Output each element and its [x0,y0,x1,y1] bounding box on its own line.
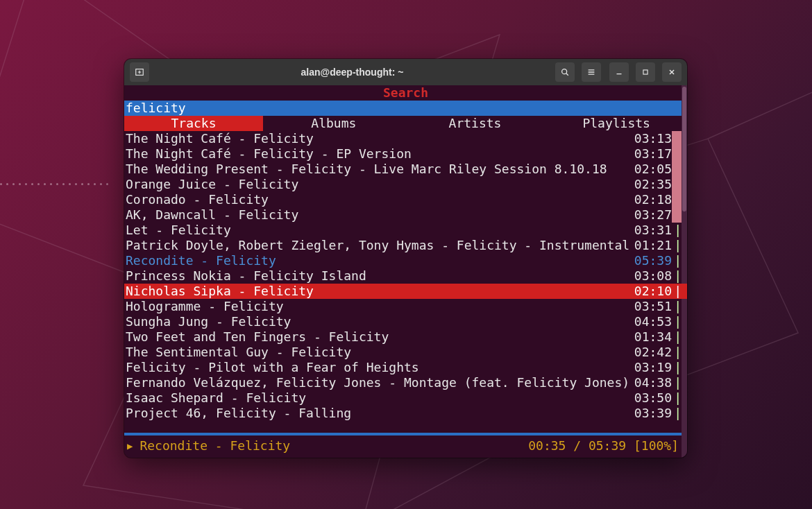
track-duration: 03:17 [630,146,672,162]
track-row[interactable]: Project 46, Felicity - Falling03:39| [124,406,687,421]
tab-playlists[interactable]: Playlists [545,116,687,131]
track-title: Isaac Shepard - Felicity [124,390,630,406]
minimize-button[interactable] [609,62,629,82]
now-playing-bar: ▶ Recondite - Felicity 00:35 / 05:39 [10… [124,438,682,454]
track-row[interactable]: Princess Nokia - Felicity Island03:08| [124,268,687,284]
track-row[interactable]: Recondite - Felicity05:39| [124,253,687,268]
track-duration: 03:13 [630,131,672,146]
track-row[interactable]: Let - Felicity03:31| [124,223,687,238]
track-duration: 04:38 [630,375,672,390]
track-title: Orange Juice - Felicity [124,177,630,192]
track-row[interactable]: The Night Café - Felicity - EP Version03… [124,146,687,162]
track-title: Felicity - Pilot with a Fear of Heights [124,360,630,375]
track-row[interactable]: Felicity - Pilot with a Fear of Heights0… [124,360,687,375]
elapsed-time: 00:35 [528,438,566,453]
hamburger-menu-button[interactable] [582,62,601,82]
tabs-row: TracksAlbumsArtistsPlaylists [124,116,687,131]
track-duration: 01:21 [630,238,672,253]
track-tick [672,146,682,162]
track-title: Hologramme - Felicity [124,299,630,314]
search-icon [560,67,570,77]
track-title: Patrick Doyle, Robert Ziegler, Tony Hyma… [124,238,630,253]
track-row[interactable]: Orange Juice - Felicity02:35 [124,177,687,192]
track-tick: | [672,253,682,268]
track-tick: | [672,284,682,299]
maximize-button[interactable] [636,62,655,82]
track-title: The Night Café - Felicity - EP Version [124,146,630,162]
track-title: Two Feet and Ten Fingers - Felicity [124,329,630,345]
close-button[interactable] [662,62,682,82]
track-duration: 03:51 [630,299,672,314]
track-tick: | [672,360,682,375]
track-title: The Sentimental Guy - Felicity [124,345,630,360]
track-duration: 05:39 [630,253,672,268]
svg-line-4 [566,74,568,76]
track-row[interactable]: Isaac Shepard - Felicity03:50| [124,390,687,406]
track-tick: | [672,390,682,406]
window-title: alan@deep-thought: ~ [153,67,551,78]
track-row[interactable]: Two Feet and Ten Fingers - Felicity01:34… [124,329,687,345]
track-tick [672,192,682,207]
track-tick: | [672,268,682,284]
tab-artists[interactable]: Artists [405,116,546,131]
tab-tracks[interactable]: Tracks [124,116,263,131]
track-duration: 02:35 [630,177,672,192]
track-list: The Night Café - Felicity03:13 The Night… [124,131,687,421]
track-row[interactable]: Nicholas Sipka - Felicity02:10| [124,284,687,299]
track-tick [672,177,682,192]
titlebar: alan@deep-thought: ~ [124,59,687,85]
terminal-body: Search felicity TracksAlbumsArtistsPlayl… [124,85,687,458]
terminal-window: alan@deep-thought: ~ Search felicity Tra… [124,59,687,458]
track-title: The Wedding Present - Felicity - Live Ma… [124,162,630,177]
track-row[interactable]: The Sentimental Guy - Felicity02:42| [124,345,687,360]
app-header: Search [124,85,687,101]
track-title: Let - Felicity [124,223,630,238]
minimize-icon [614,67,624,77]
svg-point-3 [562,69,567,74]
track-title: Recondite - Felicity [124,253,630,268]
now-playing-time: 00:35 / 05:39 [100%] [528,438,679,454]
track-row[interactable]: Coronado - Felicity02:18 [124,192,687,207]
track-duration: 03:31 [630,223,672,238]
track-row[interactable]: Patrick Doyle, Robert Ziegler, Tony Hyma… [124,238,687,253]
terminal-search-button[interactable] [555,62,575,82]
track-duration: 02:10 [630,284,672,299]
close-icon [667,67,677,77]
track-row[interactable]: Sungha Jung - Felicity04:53| [124,314,687,329]
track-duration: 03:19 [630,360,672,375]
track-duration: 02:05 [630,162,672,177]
track-row[interactable]: Hologramme - Felicity03:51| [124,299,687,314]
tab-albums[interactable]: Albums [263,116,405,131]
track-title: Nicholas Sipka - Felicity [124,284,630,299]
track-tick: | [672,223,682,238]
track-tick: | [672,238,682,253]
track-title: Princess Nokia - Felicity Island [124,268,630,284]
track-title: AK, Dawncall - Felicity [124,207,630,223]
track-tick: | [672,329,682,345]
progress-bar[interactable] [124,433,682,435]
track-row[interactable]: AK, Dawncall - Felicity03:27 [124,207,687,223]
wallpaper-dots [0,175,125,178]
track-title: Sungha Jung - Felicity [124,314,630,329]
total-time: 05:39 [589,438,626,453]
track-tick: | [672,299,682,314]
track-tick: | [672,314,682,329]
track-duration: 03:27 [630,207,672,223]
track-title: Fernando Velázquez, Felicity Jones - Mon… [124,375,630,390]
track-tick: | [672,345,682,360]
new-tab-icon [135,67,144,77]
new-tab-button[interactable] [130,62,149,82]
track-tick [672,162,682,177]
track-title: The Night Café - Felicity [124,131,630,146]
track-row[interactable]: Fernando Velázquez, Felicity Jones - Mon… [124,375,687,390]
track-duration: 04:53 [630,314,672,329]
track-tick: | [672,406,682,421]
hamburger-icon [586,67,596,77]
now-playing-title: Recondite - Felicity [139,438,528,454]
maximize-icon [641,67,650,77]
track-row[interactable]: The Wedding Present - Felicity - Live Ma… [124,162,687,177]
track-row[interactable]: The Night Café - Felicity03:13 [124,131,687,146]
search-input[interactable]: felicity [124,101,687,116]
track-title: Coronado - Felicity [124,192,630,207]
track-tick [672,207,682,223]
